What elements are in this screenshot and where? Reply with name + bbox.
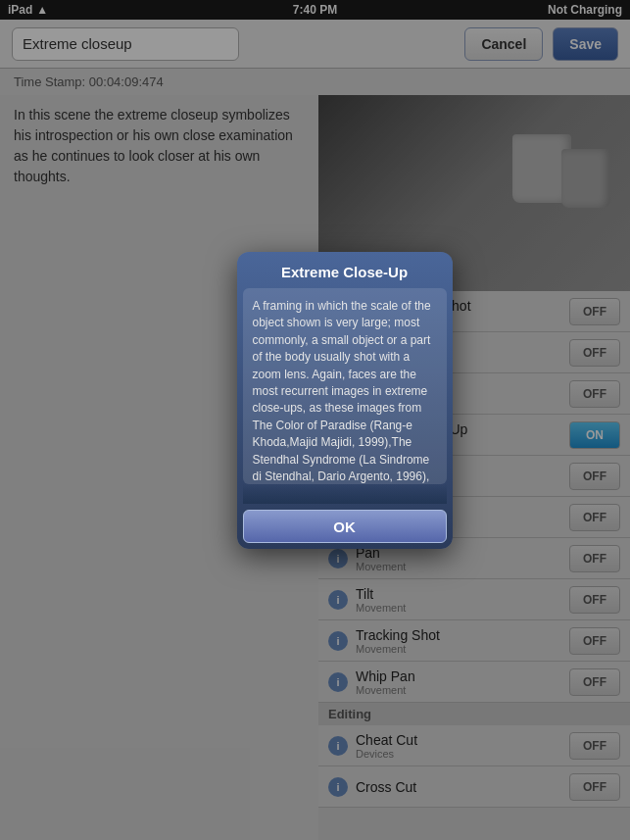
modal-ok-button[interactable]: OK: [243, 510, 447, 543]
modal-dialog: Extreme Close-Up A framing in which the …: [237, 252, 453, 549]
modal-overlay[interactable]: Extreme Close-Up A framing in which the …: [0, 0, 630, 840]
modal-title: Extreme Close-Up: [237, 252, 453, 288]
modal-fade: [243, 484, 447, 504]
modal-body-text: A framing in which the scale of the obje…: [253, 298, 437, 484]
modal-body: A framing in which the scale of the obje…: [243, 288, 447, 484]
